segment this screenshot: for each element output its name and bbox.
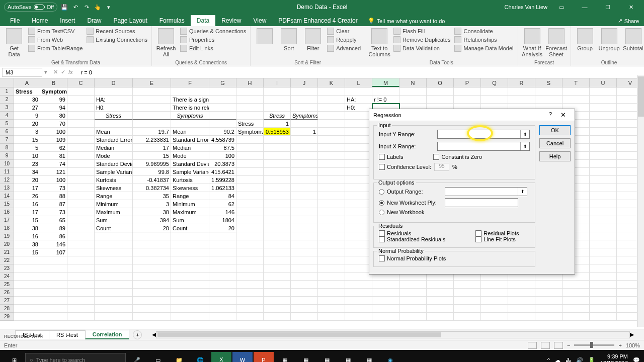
cell[interactable]: HA: [345, 96, 372, 104]
page-break-view-icon[interactable] [554, 342, 563, 349]
cell[interactable] [67, 256, 95, 264]
cell[interactable] [590, 224, 617, 232]
cell[interactable] [171, 87, 209, 96]
cell[interactable]: H0: [345, 104, 372, 112]
cell[interactable] [171, 281, 209, 289]
cell[interactable] [590, 152, 617, 160]
cell[interactable] [67, 144, 95, 152]
cell[interactable]: 394 [133, 216, 171, 224]
cell[interactable] [264, 184, 291, 192]
cell[interactable] [291, 176, 318, 184]
cell[interactable] [264, 216, 291, 224]
cell[interactable] [264, 144, 291, 152]
name-box[interactable]: M3 [2, 68, 42, 77]
cell[interactable]: Count [171, 224, 209, 232]
cell[interactable] [95, 248, 133, 256]
cell[interactable] [345, 313, 372, 321]
tab-data[interactable]: Data [191, 15, 215, 26]
cell[interactable]: 1.062133 [209, 184, 236, 192]
cell[interactable]: 35 [133, 192, 171, 200]
cell[interactable]: 99 [40, 96, 67, 104]
qat-customize-icon[interactable]: ▾ [105, 3, 113, 11]
cell[interactable] [345, 232, 372, 240]
queries-connections[interactable]: Queries & Connections [179, 27, 247, 35]
cell[interactable]: Mean [95, 128, 133, 136]
cell[interactable] [67, 305, 95, 313]
row-header[interactable]: 28 [0, 305, 14, 313]
cell[interactable] [95, 297, 133, 305]
scroll-left-icon[interactable]: ◀ [152, 331, 156, 338]
cell[interactable] [345, 168, 372, 176]
from-table-range[interactable]: From Table/Range [27, 44, 84, 52]
from-text-csv[interactable]: From Text/CSV [27, 27, 84, 35]
cell[interactable] [133, 232, 171, 240]
cell[interactable] [171, 297, 209, 305]
row-header[interactable]: 12 [0, 176, 14, 184]
cell[interactable] [67, 264, 95, 273]
row-header[interactable]: 29 [0, 313, 14, 321]
app-icon[interactable]: ▦ [296, 352, 316, 362]
edit-links[interactable]: Edit Links [179, 44, 247, 52]
zoom-in-icon[interactable]: + [618, 342, 621, 348]
cell[interactable] [481, 281, 508, 289]
col-header-M[interactable]: M [372, 78, 399, 87]
col-header-L[interactable]: L [345, 78, 372, 87]
cell[interactable]: Symptoms [291, 112, 318, 120]
cell[interactable] [318, 104, 345, 112]
cell[interactable] [345, 264, 372, 273]
cell[interactable]: There is no relationship between stress … [171, 104, 209, 112]
cell[interactable] [264, 136, 291, 144]
cell[interactable] [291, 289, 318, 297]
cell[interactable] [345, 224, 372, 232]
cell[interactable] [133, 289, 171, 297]
dialog-close-icon[interactable]: ✕ [555, 111, 571, 119]
cell[interactable] [590, 192, 617, 200]
row-header[interactable]: 17 [0, 216, 14, 224]
cell[interactable] [67, 240, 95, 248]
cell[interactable]: Symptoms [171, 112, 209, 120]
cell[interactable] [291, 87, 318, 96]
cell[interactable] [562, 87, 590, 96]
cell[interactable] [454, 305, 481, 313]
cell[interactable] [590, 128, 617, 136]
minimize-icon[interactable]: — [576, 0, 594, 14]
cell[interactable]: Skewness [95, 184, 133, 192]
cell[interactable] [291, 208, 318, 216]
save-icon[interactable]: 💾 [60, 3, 68, 11]
cell[interactable] [345, 256, 372, 264]
col-header-P[interactable]: P [454, 78, 481, 87]
cell[interactable] [318, 216, 345, 224]
from-web[interactable]: From Web [27, 36, 84, 44]
row-header[interactable]: 8 [0, 144, 14, 152]
cell[interactable] [264, 192, 291, 200]
cell[interactable] [535, 305, 562, 313]
cell[interactable] [171, 232, 209, 240]
remove-duplicates[interactable]: Remove Duplicates [392, 36, 451, 44]
cell[interactable] [345, 87, 372, 96]
cell[interactable]: 87.5 [209, 144, 236, 152]
std-residuals-checkbox[interactable]: Standardized Residuals [379, 236, 445, 242]
cell[interactable] [209, 87, 236, 96]
cell[interactable] [264, 168, 291, 176]
cell[interactable] [318, 160, 345, 168]
cell[interactable] [236, 240, 264, 248]
row-header[interactable]: 20 [0, 240, 14, 248]
col-header-J[interactable]: J [291, 78, 318, 87]
cell[interactable] [427, 96, 454, 104]
network-icon[interactable]: 🖧 [566, 357, 571, 362]
cell[interactable] [133, 104, 171, 112]
cell[interactable] [535, 281, 562, 289]
flash-fill[interactable]: Flash Fill [392, 27, 451, 35]
cell[interactable] [318, 248, 345, 256]
cell[interactable]: 65 [40, 216, 67, 224]
cell[interactable]: Stress [95, 112, 133, 120]
cell[interactable]: 109 [40, 136, 67, 144]
cell[interactable] [209, 240, 236, 248]
normal-view-icon[interactable] [528, 342, 537, 349]
cell[interactable] [209, 256, 236, 264]
cell[interactable]: 9 [14, 112, 40, 120]
cell[interactable]: Minimum [171, 200, 209, 208]
cell[interactable]: 38 [14, 224, 40, 232]
cell[interactable] [264, 289, 291, 297]
cell[interactable] [562, 297, 590, 305]
